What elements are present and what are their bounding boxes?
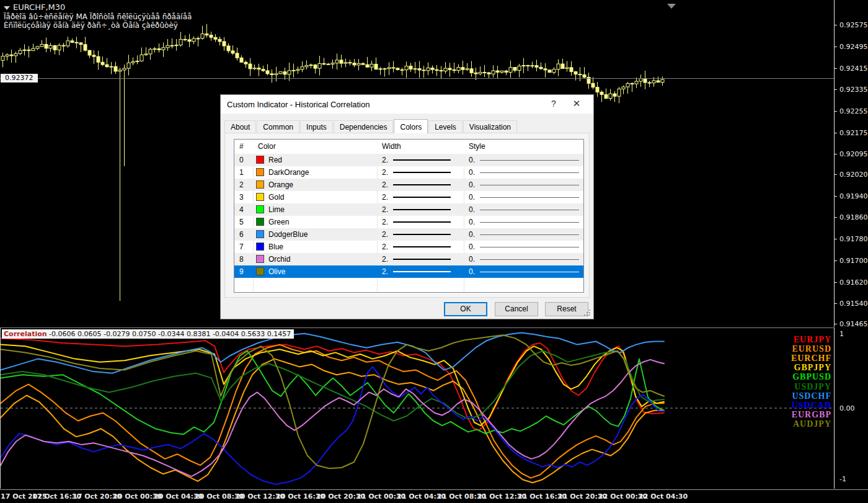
color-swatch[interactable] xyxy=(256,255,264,263)
color-name: Gold xyxy=(268,193,284,202)
correlation-indicator-panel[interactable]: Correlation -0.0606 0.0605 -0.0279 0.075… xyxy=(0,327,834,489)
width-value[interactable]: 2. xyxy=(382,255,388,264)
tab-levels[interactable]: Levels xyxy=(428,120,463,133)
color-row-dodgerblue[interactable]: 6DodgerBlue2.0. xyxy=(234,228,583,241)
cancel-button[interactable]: Cancel xyxy=(495,302,538,316)
indicator-axis[interactable]: 1 0.00 -1 xyxy=(834,327,868,489)
style-value[interactable]: 0. xyxy=(469,218,475,226)
price-tick xyxy=(835,324,837,324)
indicator-info-line-2: Èñïîëüçóåìàÿ öåíà äëÿ ðàñ÷¸òà Öåíà çàêðû… xyxy=(4,21,178,30)
color-row-red[interactable]: 0Red2.0. xyxy=(234,154,583,166)
color-swatch[interactable] xyxy=(256,267,264,275)
column-header-width[interactable]: Width xyxy=(382,142,401,151)
tab-colors[interactable]: Colors xyxy=(394,119,428,133)
price-axis[interactable]: 0.925750.924950.924150.923350.922550.921… xyxy=(834,0,868,327)
color-row-green[interactable]: 5Green2.0. xyxy=(234,216,583,228)
width-value[interactable]: 2. xyxy=(382,218,388,226)
color-swatch[interactable] xyxy=(256,168,264,176)
price-label: 0.92095 xyxy=(839,150,868,158)
color-row-gold[interactable]: 3Gold2.0. xyxy=(234,191,583,203)
tab-about[interactable]: About xyxy=(224,120,256,133)
color-name: Blue xyxy=(268,243,283,251)
mt4-window: EURCHF,M30 Ïåðèîä âû÷èñëåíèÿ MA Ïðîñòîå … xyxy=(0,0,868,503)
width-value[interactable]: 2. xyxy=(382,230,388,239)
column-header-num[interactable]: # xyxy=(239,142,244,151)
color-swatch[interactable] xyxy=(256,205,264,213)
width-value[interactable]: 2. xyxy=(382,156,388,164)
color-swatch[interactable] xyxy=(256,193,264,201)
price-label: 0.91540 xyxy=(839,300,868,308)
style-value[interactable]: 0. xyxy=(469,205,475,214)
resize-grip[interactable] xyxy=(584,309,591,317)
width-value[interactable]: 2. xyxy=(382,180,388,189)
dialog-titlebar[interactable]: Custom Indicator - Historical Correlatio… xyxy=(221,95,593,114)
style-value[interactable]: 0. xyxy=(469,180,475,189)
width-line-sample xyxy=(393,197,451,198)
width-line-sample xyxy=(393,246,451,247)
style-line-sample xyxy=(480,185,579,185)
help-icon[interactable]: ? xyxy=(546,99,561,110)
width-value[interactable]: 2. xyxy=(382,205,388,214)
width-value[interactable]: 2. xyxy=(382,267,388,276)
price-label: 0.91700 xyxy=(839,257,868,265)
width-value[interactable]: 2. xyxy=(382,193,388,202)
row-index: 9 xyxy=(239,267,244,276)
style-value[interactable]: 0. xyxy=(469,255,475,264)
chart-shift-marker-icon[interactable] xyxy=(667,4,676,9)
color-name: DarkOrange xyxy=(268,168,309,177)
correlation-lines-chart[interactable] xyxy=(1,328,833,488)
price-tick xyxy=(835,25,837,25)
color-row-orchid[interactable]: 8Orchid2.0. xyxy=(234,253,583,265)
indicator-scale-bottom: -1 xyxy=(839,475,846,483)
style-value[interactable]: 0. xyxy=(469,168,475,177)
width-line-sample xyxy=(393,221,451,223)
row-index: 7 xyxy=(239,243,244,251)
color-swatch[interactable] xyxy=(256,218,264,226)
tab-dependencies[interactable]: Dependencies xyxy=(334,120,394,133)
column-header-style[interactable]: Style xyxy=(469,142,485,151)
color-swatch[interactable] xyxy=(256,156,264,164)
width-value[interactable]: 2. xyxy=(382,168,388,177)
style-line-sample xyxy=(480,197,579,198)
color-name: Olive xyxy=(268,267,285,276)
price-label: 0.91780 xyxy=(839,235,868,243)
price-tick xyxy=(835,133,837,133)
color-swatch[interactable] xyxy=(256,230,264,238)
style-value[interactable]: 0. xyxy=(469,267,475,276)
style-line-sample xyxy=(480,160,579,161)
close-icon[interactable]: ✕ xyxy=(569,98,585,110)
color-swatch[interactable] xyxy=(256,180,264,189)
price-tick xyxy=(835,196,837,197)
reset-button[interactable]: Reset xyxy=(545,302,588,316)
color-row-blue[interactable]: 7Blue2.0. xyxy=(234,241,583,253)
dialog-title: Custom Indicator - Historical Correlatio… xyxy=(227,100,370,109)
column-header-color[interactable]: Color xyxy=(258,142,276,151)
pair-label-audjpy: AUDJPY xyxy=(757,419,831,429)
current-price-badge: 0.92372 xyxy=(1,74,38,82)
pair-label-eurusd: EURUSD xyxy=(757,344,831,354)
width-value[interactable]: 2. xyxy=(382,243,388,251)
price-label: 0.92415 xyxy=(839,65,868,73)
tab-inputs[interactable]: Inputs xyxy=(300,120,333,133)
indicator-value-strip: Correlation -0.0606 0.0605 -0.0279 0.075… xyxy=(2,329,294,339)
width-line-sample xyxy=(393,209,451,210)
style-value[interactable]: 0. xyxy=(469,156,475,164)
color-row-darkorange[interactable]: 1DarkOrange2.0. xyxy=(234,166,583,179)
style-line-sample xyxy=(480,234,579,235)
tab-common[interactable]: Common xyxy=(257,120,299,133)
tab-visualization[interactable]: Visualization xyxy=(463,120,517,133)
color-row-lime[interactable]: 4Lime2.0. xyxy=(234,203,583,216)
color-row-orange[interactable]: 2Orange2.0. xyxy=(234,179,583,191)
price-label: 0.92335 xyxy=(839,86,868,94)
ok-button[interactable]: OK xyxy=(444,302,487,316)
color-row-olive[interactable]: 9Olive2.0. xyxy=(234,265,583,278)
symbol-label-row[interactable]: EURCHF,M30 xyxy=(4,2,65,12)
color-swatch[interactable] xyxy=(256,243,264,251)
style-value[interactable]: 0. xyxy=(469,193,475,202)
symbol-timeframe-label: EURCHF,M30 xyxy=(13,2,65,12)
price-tick xyxy=(835,89,837,90)
time-axis[interactable]: 17 Oct 202517 Oct 16:3017 Oct 20:3020 Oc… xyxy=(0,489,868,503)
style-value[interactable]: 0. xyxy=(469,230,475,239)
style-value[interactable]: 0. xyxy=(469,243,475,251)
row-index: 5 xyxy=(239,218,244,226)
